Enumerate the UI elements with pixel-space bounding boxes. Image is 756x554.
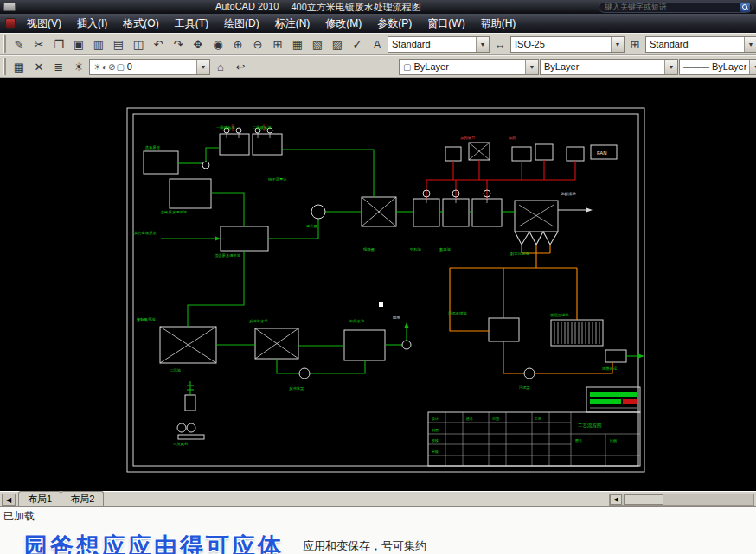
layer-previous-icon[interactable]: ↩ — [231, 57, 250, 76]
search-input[interactable] — [601, 3, 740, 11]
pan-icon[interactable]: ✥ — [189, 35, 208, 54]
erase-icon[interactable]: ✕ — [29, 57, 48, 76]
menu-item[interactable]: 工具(T) — [167, 14, 216, 34]
toolpalettes-icon[interactable]: ▨ — [328, 35, 347, 54]
app-title: AutoCAD 2010 — [215, 1, 279, 14]
svg-text:接触氧化池: 接触氧化池 — [136, 317, 156, 322]
chevron-down-icon[interactable]: ▼ — [196, 60, 209, 74]
menu-item[interactable]: 格式(O) — [115, 14, 166, 34]
chevron-down-icon[interactable]: ▼ — [525, 60, 538, 74]
text-style-value: Standard — [392, 39, 431, 49]
menu-app-icon[interactable] — [5, 18, 16, 29]
make-current-icon[interactable]: ⌂ — [211, 57, 230, 76]
layer-lock-icon: ⊘ — [108, 62, 115, 72]
subtitle-overlay: 园爸想应应由得可应体 应用和变保存，号可集约 — [0, 531, 756, 554]
zoom-previous-icon[interactable]: ⊖ — [248, 35, 267, 54]
document-title: 400立方米电镀废水处理流程图 — [291, 1, 420, 14]
plot-preview-icon[interactable]: ◫ — [129, 35, 148, 54]
zoom-realtime-icon[interactable]: ◉ — [208, 35, 227, 54]
layer-states-icon[interactable]: ☀ — [69, 57, 88, 76]
chevron-down-icon[interactable]: ▼ — [749, 60, 756, 74]
svg-text:罗茨风机: 罗茨风机 — [173, 442, 189, 446]
toolbar-grip[interactable] — [3, 35, 6, 53]
layer-color-swatch: ▢ — [116, 62, 124, 72]
undo-icon[interactable]: ↶ — [149, 35, 168, 54]
cut-icon[interactable]: ✂ — [29, 35, 48, 54]
dim-style-combo[interactable]: ISO-25 ▼ — [510, 36, 625, 53]
svg-text:达标排放: 达标排放 — [561, 191, 577, 197]
chevron-down-icon[interactable]: ▼ — [476, 37, 489, 52]
svg-text:细格栅: 细格栅 — [363, 247, 375, 252]
svg-text:二级破氰池: 二级破氰池 — [253, 125, 272, 130]
menubar: 视图(V)插入(I)格式(O)工具(T)绘图(D)标注(N)修改(M)参数(P)… — [0, 14, 756, 33]
search-icon[interactable] — [740, 3, 750, 12]
grid-icon[interactable]: ▦ — [10, 57, 29, 76]
text-style-combo[interactable]: Standard ▼ — [388, 36, 490, 53]
chevron-down-icon[interactable]: ▼ — [664, 60, 677, 74]
cad-drawing-svg: 含氰废水含铬废水调节池一级破氰池二级破氰池综合废水调节池其它电镀废水提升泵细格栅… — [106, 98, 653, 481]
svg-text:污泥泵: 污泥泵 — [519, 385, 531, 390]
svg-text:絮凝池: 絮凝池 — [439, 247, 452, 252]
menu-item[interactable]: 绘图(D) — [216, 14, 267, 34]
copy-icon[interactable]: ❐ — [49, 35, 68, 54]
designcenter-icon[interactable]: ▧ — [308, 35, 327, 54]
layout-tab[interactable]: 布局1 — [18, 491, 61, 506]
drawing-canvas[interactable]: 含氰废水含铬废水调节池一级破氰池二级破氰池综合废水调节池其它电镀废水提升泵细格栅… — [0, 78, 756, 491]
layer-properties-icon[interactable]: ≣ — [49, 57, 68, 76]
layout-tab[interactable]: 布局2 — [61, 491, 104, 506]
text-style-icon[interactable]: A — [368, 35, 387, 54]
tab-nav-left-icon[interactable]: ◀ — [2, 494, 16, 506]
plot-icon[interactable]: ▤ — [109, 35, 128, 54]
redo-icon[interactable]: ↷ — [169, 35, 188, 54]
svg-text:综合废水调节池: 综合废水调节池 — [215, 253, 241, 258]
layer-combo[interactable]: ☀◐⊘▢ 0 ▼ — [89, 59, 210, 75]
scrollbar-thumb[interactable] — [624, 494, 663, 505]
svg-text:姓名: 姓名 — [466, 417, 473, 421]
menu-item[interactable]: 标注(N) — [267, 14, 318, 34]
svg-text:二沉池: 二沉池 — [170, 368, 182, 373]
lineweight-sample-icon: ——— — [683, 62, 709, 72]
toolbar-grip[interactable] — [3, 58, 6, 75]
horizontal-scrollbar[interactable]: ◀ — [609, 494, 754, 506]
table-style-value: Standard — [650, 39, 689, 49]
printer-icon[interactable] — [3, 3, 16, 11]
toolbar-layers: ▦✕≣☀ ☀◐⊘▢ 0 ▼ ⌂↩ ▢ ByLayer ▼ ByLayer ▼ —… — [0, 55, 756, 78]
svg-text:日期: 日期 — [492, 417, 499, 421]
markup-icon[interactable]: ✓ — [348, 35, 367, 54]
dim-style-icon[interactable]: ↔ — [490, 35, 509, 54]
menu-item[interactable]: 窗口(W) — [420, 14, 472, 34]
command-area[interactable]: 已加载 园爸想应应由得可应体 应用和变保存，号可集约 — [0, 506, 756, 554]
chevron-down-icon[interactable]: ▼ — [744, 37, 756, 52]
linetype-combo[interactable]: ByLayer ▼ — [540, 59, 678, 75]
menu-item[interactable]: 插入(I) — [69, 14, 115, 34]
svg-text:板框压滤机: 板框压滤机 — [550, 313, 569, 317]
lineweight-combo[interactable]: ——— ByLayer ▼ — [679, 59, 756, 75]
zoom-window-icon[interactable]: ⊕ — [228, 35, 247, 54]
match-properties-icon[interactable]: ▥ — [89, 35, 108, 54]
scroll-left-icon[interactable]: ◀ — [610, 494, 622, 505]
table-style-icon[interactable]: ⊞ — [625, 35, 644, 54]
window-title: AutoCAD 2010 400立方米电镀废水处理流程图 — [215, 1, 421, 14]
chevron-down-icon[interactable]: ▼ — [611, 37, 624, 52]
svg-text:工程: 工程 — [535, 417, 541, 421]
layer-value: 0 — [127, 61, 132, 72]
edit-icon[interactable]: ✎ — [10, 35, 29, 54]
menu-item[interactable]: 修改(M) — [317, 14, 369, 34]
color-combo[interactable]: ▢ ByLayer ▼ — [399, 59, 539, 75]
svg-text:FAN: FAN — [597, 150, 607, 156]
zoom-extents-icon[interactable]: ⊞ — [268, 35, 287, 54]
infocenter-search[interactable] — [599, 2, 753, 13]
color-swatch-icon: ▢ — [403, 62, 411, 72]
menu-item[interactable]: 参数(P) — [369, 14, 420, 34]
svg-text:其它电镀废水: 其它电镀废水 — [134, 231, 157, 235]
layer-on-icon: ☀ — [93, 62, 101, 72]
svg-text:回用: 回用 — [393, 315, 400, 320]
properties-icon[interactable]: ▦ — [288, 35, 307, 54]
menu-item[interactable]: 帮助(H) — [473, 14, 524, 34]
menu-item[interactable]: 视图(V) — [19, 14, 69, 34]
paste-icon[interactable]: ▣ — [69, 35, 88, 54]
layer-tools-icons: ⌂↩ — [211, 57, 250, 76]
svg-text:设计: 设计 — [432, 417, 439, 421]
color-value: ByLayer — [413, 61, 448, 72]
table-style-combo[interactable]: Standard ▼ — [645, 36, 756, 53]
